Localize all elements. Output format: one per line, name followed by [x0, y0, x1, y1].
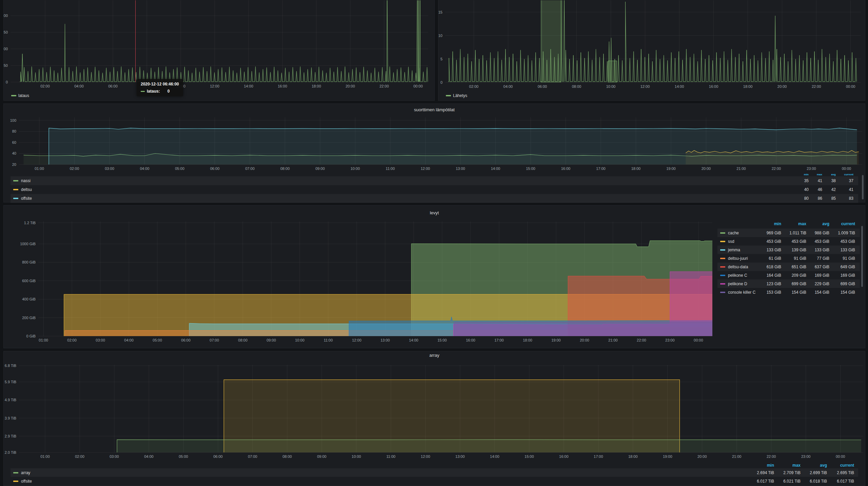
legend-sort-min[interactable]: min	[757, 221, 781, 226]
legend-value-current: 133 GiB	[829, 248, 855, 252]
lahetys-legend[interactable]: Lähetys	[446, 93, 467, 98]
legend-label[interactable]: array	[21, 470, 30, 475]
y-axis-tick: 2.0 TiB	[5, 450, 16, 454]
legend-value-current: 649 GiB	[829, 265, 855, 269]
x-axis-tick: 06:00	[181, 338, 191, 342]
lahetys-chart[interactable]: 02:0004:0006:0008:0010:0012:0014:0016:00…	[438, 0, 865, 92]
suorttimen-chart[interactable]: 01:0002:0003:0004:0005:0006:0007:0008:00…	[4, 104, 865, 173]
legend-row-offsite[interactable]: offsite80868583	[11, 194, 858, 203]
legend-value-min: 123 GiB	[757, 281, 781, 286]
suorttimen-legend-table: nassi35413837deltsu40464241offsite808685…	[11, 176, 858, 203]
y-axis-tick: 5.9 TiB	[5, 380, 16, 384]
x-axis-tick: 12:00	[640, 84, 650, 89]
x-axis-tick: 09:00	[315, 167, 325, 171]
series-color-dash	[720, 283, 725, 285]
series-color-dash	[720, 241, 725, 242]
legend-sort-avg[interactable]: avg	[801, 463, 827, 468]
legend-scrollbar[interactable]	[861, 226, 863, 287]
x-axis-tick: 15:00	[526, 167, 535, 171]
legend-row-jemma[interactable]: jemma133 GiB139 GiB133 GiB133 GiB	[717, 246, 860, 254]
legend-sort-min[interactable]: min	[748, 463, 774, 468]
legend-label-lahetys[interactable]: Lähetys	[453, 93, 467, 98]
x-axis-tick: 11:00	[387, 454, 396, 459]
legend-label[interactable]: deltsu	[21, 187, 32, 192]
array-chart[interactable]: 01:0002:0003:0004:0005:0006:0007:0008:00…	[4, 351, 865, 461]
legend-label[interactable]: nassi	[21, 178, 31, 183]
y-axis-tick: 5	[440, 57, 442, 61]
legend-label[interactable]: ssd	[728, 239, 734, 244]
legend-sort-current[interactable]: current	[829, 221, 855, 226]
legend-label[interactable]: offsite	[21, 196, 32, 201]
x-axis-tick: 02:00	[67, 338, 77, 342]
legend-value-max: 86	[809, 196, 822, 201]
legend-row-nassi[interactable]: nassi35413837	[11, 176, 858, 185]
legend-sort-max[interactable]: max	[809, 173, 822, 176]
legend-sort-avg[interactable]: avg	[822, 173, 836, 176]
legend-value-min: 133 GiB	[757, 248, 781, 252]
legend-label[interactable]: console killer C	[728, 290, 755, 295]
series-color-dash	[13, 481, 18, 482]
legend-value-max: 154 GiB	[781, 290, 806, 295]
x-axis-tick: 17:00	[494, 338, 504, 342]
legend-label[interactable]: offsite	[21, 479, 32, 484]
x-axis-tick: 08:00	[238, 338, 248, 342]
legend-scrollbar[interactable]	[862, 175, 864, 199]
legend-row-console-killer-c[interactable]: console killer C153 GiB154 GiB154 GiB154…	[717, 288, 860, 296]
x-axis-tick: 05:00	[179, 454, 188, 459]
legend-sort-max[interactable]: max	[781, 221, 806, 226]
x-axis-tick: 07:00	[210, 338, 219, 342]
legend-label[interactable]: pelikone D	[728, 281, 747, 286]
legend-value-avg: 42	[822, 187, 836, 192]
legend-sort-avg[interactable]: avg	[806, 221, 829, 226]
x-axis-tick: 17:00	[594, 454, 603, 459]
legend-label[interactable]: jemma	[728, 248, 740, 252]
legend-value-max: 1.011 TiB	[781, 231, 806, 235]
y-axis-tick: 80	[12, 129, 16, 133]
legend-row-deltsu[interactable]: deltsu40464241	[11, 185, 858, 194]
levyt-chart[interactable]: 01:0002:0003:0004:0005:0006:0007:0008:00…	[4, 206, 716, 345]
lataus-legend[interactable]: lataus	[11, 93, 29, 98]
x-axis-tick: 16:00	[278, 84, 287, 88]
legend-row-cache[interactable]: cache969 GiB1.011 TiB988 GiB1.009 TiB	[717, 229, 860, 237]
legend-value-current: 41	[836, 187, 853, 192]
legend-label[interactable]: cache	[728, 231, 739, 235]
x-axis-tick: 16:00	[709, 84, 718, 89]
tooltip-timestamp: 2020-12-12 06:46:00	[141, 82, 179, 86]
legend-row-ssd[interactable]: ssd453 GiB453 GiB453 GiB453 GiB	[717, 237, 860, 246]
legend-label[interactable]: deltsu-data	[728, 265, 748, 269]
x-axis-tick: 05:00	[153, 338, 162, 342]
x-axis-tick: 14:00	[409, 338, 418, 342]
legend-row-deltsu-data[interactable]: deltsu-data618 GiB651 GiB637 GiB649 GiB	[717, 263, 860, 271]
x-axis-tick: 06:00	[213, 454, 223, 459]
legend-row-offsite[interactable]: offsite6.017 TiB6.021 TiB6.018 TiB6.017 …	[11, 477, 858, 485]
lataus-chart[interactable]: 02:0004:0006:0008:0010:0012:0014:0016:00…	[4, 0, 434, 92]
legend-value-min: 153 GiB	[757, 290, 781, 295]
legend-row-array[interactable]: array2.694 TiB2.709 TiB2.699 TiB2.695 Ti…	[11, 468, 858, 477]
legend-value-current: 83	[836, 196, 853, 201]
legend-sort-max[interactable]: max	[774, 463, 801, 468]
y-axis-tick: 10	[438, 34, 442, 38]
x-axis-tick: 06:00	[108, 84, 118, 88]
x-axis-tick: 12:00	[421, 454, 430, 459]
x-axis-tick: 07:00	[245, 167, 255, 171]
x-axis-tick: 14:00	[490, 454, 499, 459]
x-axis-tick: 11:00	[324, 338, 333, 342]
levyt-legend-headers: minmaxavgcurrent	[717, 220, 860, 227]
legend-sort-current[interactable]: current	[836, 173, 853, 176]
legend-sort-min[interactable]: min	[795, 173, 809, 176]
x-axis-tick: 16:00	[561, 167, 571, 171]
legend-row-deltsu-juuri[interactable]: deltsu-juuri61 GiB91 GiB77 GiB91 GiB	[717, 254, 860, 263]
legend-sort-current[interactable]: current	[827, 463, 854, 468]
y-axis-tick: 20	[12, 162, 16, 167]
legend-value-min: 618 GiB	[757, 265, 781, 269]
y-axis-tick: 60	[12, 140, 16, 144]
legend-value-avg: 154 GiB	[806, 290, 829, 295]
series-color-dash	[11, 95, 16, 96]
legend-label-lataus[interactable]: lataus	[18, 93, 29, 98]
y-axis-tick: 50	[4, 63, 8, 67]
legend-row-pelikone-c[interactable]: pelikone C164 GiB209 GiB169 GiB169 GiB	[717, 271, 860, 279]
legend-row-pelikone-d[interactable]: pelikone D123 GiB699 GiB229 GiB699 GiB	[717, 279, 860, 288]
legend-label[interactable]: pelikone C	[728, 273, 747, 278]
x-axis-tick: 18:00	[631, 167, 641, 171]
legend-label[interactable]: deltsu-juuri	[728, 256, 748, 261]
